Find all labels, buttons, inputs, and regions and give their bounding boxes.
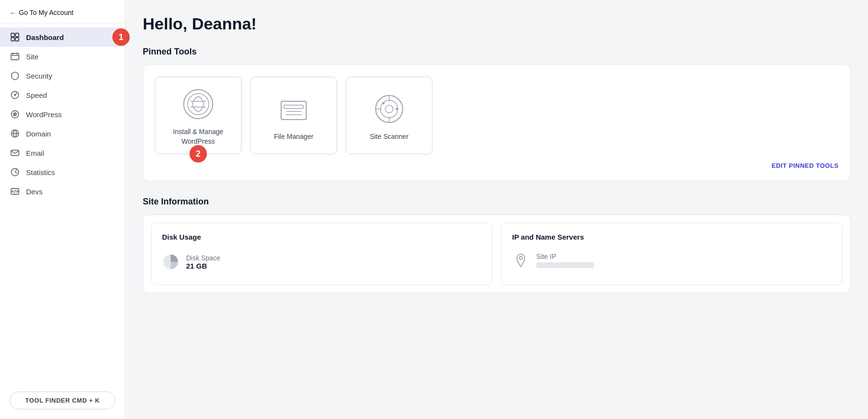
tool-card-wordpress[interactable]: Install & ManageWordPress 2 [155, 77, 242, 154]
security-icon [10, 71, 20, 80]
sidebar-item-label: Site [26, 53, 39, 61]
svg-point-9 [14, 95, 15, 95]
main-content: Hello, Deanna! Pinned Tools Install & Ma… [125, 0, 868, 419]
sidebar-item-domain[interactable]: Domain [0, 124, 125, 143]
email-icon [10, 149, 20, 157]
back-to-account-button[interactable]: ← Go To My Account [0, 0, 125, 24]
wordpress-icon [10, 110, 20, 119]
tool-finder-button[interactable]: TOOL FINDER CMD + K [10, 392, 115, 409]
sidebar-item-speed[interactable]: Speed [0, 85, 125, 105]
svg-point-35 [519, 257, 522, 259]
site-scanner-tool-label: Site Scanner [370, 132, 408, 142]
disk-pie-icon [162, 253, 179, 271]
wordpress-tool-icon [181, 87, 216, 122]
wordpress-tool-label: Install & ManageWordPress [173, 127, 223, 146]
sidebar: ← Go To My Account Dashboard 1 [0, 0, 125, 419]
disk-space-row: Disk Space 21 GB [162, 249, 481, 275]
svg-point-28 [385, 105, 393, 113]
svg-point-32 [382, 102, 385, 104]
sidebar-nav: Dashboard 1 Site Security [0, 24, 125, 384]
pinned-tools-card: Install & ManageWordPress 2 File Manager [143, 65, 851, 181]
speed-icon [10, 91, 20, 99]
statistics-icon [10, 168, 20, 176]
svg-rect-2 [11, 38, 14, 41]
tool-card-site-scanner[interactable]: Site Scanner [346, 77, 433, 154]
page-title: Hello, Deanna! [143, 14, 851, 33]
sidebar-item-security[interactable]: Security [0, 66, 125, 85]
tool-card-file-manager[interactable]: File Manager [250, 77, 337, 154]
disk-space-value: 21 GB [186, 262, 220, 270]
sidebar-item-label: Domain [26, 130, 51, 138]
svg-rect-4 [11, 54, 19, 60]
site-ip-skeleton [536, 262, 594, 268]
sidebar-item-label: Statistics [26, 168, 55, 176]
sidebar-item-devs[interactable]: Devs [0, 182, 125, 201]
grid-icon [10, 33, 20, 41]
sidebar-item-wordpress[interactable]: WordPress [0, 105, 125, 124]
site-info-card: Disk Usage Disk Space 21 GB [143, 215, 851, 293]
sidebar-item-label: Dashboard [26, 33, 64, 41]
sidebar-item-statistics[interactable]: Statistics [0, 162, 125, 182]
file-manager-tool-icon [276, 92, 311, 126]
domain-icon [10, 129, 20, 138]
back-arrow-icon: ← [10, 9, 16, 16]
sidebar-item-label: Devs [26, 188, 42, 196]
disk-usage-card: Disk Usage Disk Space 21 GB [151, 223, 492, 285]
pinned-tools-heading: Pinned Tools [143, 47, 851, 57]
file-manager-tool-label: File Manager [274, 132, 313, 142]
site-scanner-tool-icon [372, 92, 407, 126]
site-info-heading: Site Information [143, 197, 851, 207]
pinned-tools-grid: Install & ManageWordPress 2 File Manager [155, 77, 839, 154]
disk-space-info: Disk Space 21 GB [186, 254, 220, 270]
dashboard-badge: 1 [112, 28, 130, 46]
site-ip-row: Site IP [512, 249, 831, 272]
wordpress-tool-badge: 2 [190, 145, 207, 162]
ip-servers-card: IP and Name Servers Site IP [501, 223, 842, 285]
site-info-grid: Disk Usage Disk Space 21 GB [151, 223, 842, 285]
ip-servers-title: IP and Name Servers [512, 233, 831, 241]
svg-rect-22 [281, 101, 306, 120]
sidebar-item-label: WordPress [26, 110, 62, 119]
svg-rect-0 [11, 33, 14, 37]
svg-point-33 [396, 108, 398, 110]
edit-pinned-link-wrap: EDIT PINNED TOOLS [155, 162, 839, 169]
svg-point-18 [184, 90, 213, 119]
sidebar-item-dashboard[interactable]: Dashboard 1 [0, 27, 125, 47]
devs-icon [10, 187, 20, 196]
site-ip-info: Site IP [536, 253, 594, 268]
sidebar-item-email[interactable]: Email [0, 143, 125, 162]
svg-rect-1 [15, 33, 19, 37]
edit-pinned-tools-link[interactable]: EDIT PINNED TOOLS [772, 162, 839, 169]
sidebar-item-label: Speed [26, 91, 47, 99]
sidebar-item-site[interactable]: Site [0, 47, 125, 66]
back-label: Go To My Account [19, 9, 73, 16]
disk-usage-title: Disk Usage [162, 233, 481, 241]
svg-rect-3 [15, 38, 19, 41]
sidebar-item-label: Email [26, 149, 44, 157]
site-ip-icon [512, 253, 529, 268]
sidebar-item-label: Security [26, 72, 52, 80]
disk-space-label: Disk Space [186, 254, 220, 262]
svg-rect-23 [284, 105, 303, 108]
site-ip-label: Site IP [536, 253, 594, 260]
site-icon [10, 52, 20, 61]
